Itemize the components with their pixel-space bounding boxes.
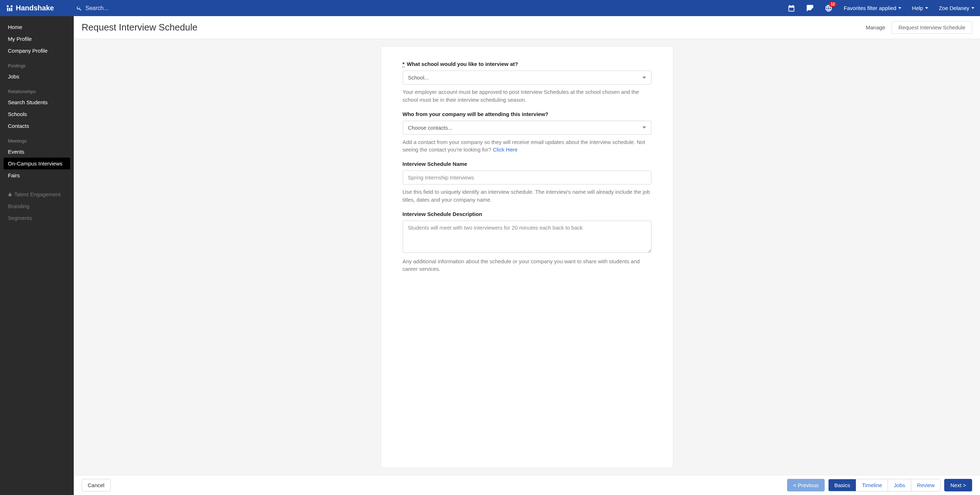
calendar-button[interactable] [787,4,795,13]
step-jobs[interactable]: Jobs [888,479,911,491]
step-basics[interactable]: Basics [829,479,856,491]
sidebar-item-on-campus-interviews[interactable]: On-Campus Interviews [3,158,70,169]
contacts-select[interactable]: Choose contacts... [402,121,651,135]
sidebar-item-schools[interactable]: Schools [0,108,74,120]
search-icon [76,5,82,11]
topbar: Handshake 12 Favorites filter applied He… [0,0,980,16]
school-help: Your employer account must be approved t… [402,88,651,104]
sidebar-item-branding: Branding [0,200,74,212]
contacts-help: Add a contact from your company so they … [402,138,651,154]
schedule-desc-textarea[interactable] [402,220,651,253]
step-review[interactable]: Review [911,479,940,491]
schedule-name-input[interactable] [402,171,651,184]
page-title: Request Interview Schedule [82,22,197,33]
tab-request-interview-schedule[interactable]: Request Interview Schedule [892,21,972,34]
click-here-link[interactable]: Click Here [493,147,517,153]
chevron-down-icon [643,77,646,79]
topbar-icons: 12 [787,4,833,13]
schedule-name-help: Use this field to uniquely identify an i… [402,188,651,204]
header-tabs: Manage Request Interview Schedule [859,21,972,34]
school-select[interactable]: School... [402,70,651,85]
calendar-icon [788,4,795,12]
sidebar-item-contacts[interactable]: Contacts [0,120,74,132]
footer-bar: Cancel < Previous Basics Timeline Jobs R… [74,475,980,495]
search-wrap [76,5,193,11]
contacts-select-placeholder: Choose contacts... [408,125,452,131]
next-button[interactable]: Next > [944,479,972,492]
main: Request Interview Schedule Manage Reques… [74,16,980,495]
sidebar-section-meetings: Meetings [0,132,74,146]
contacts-label: Who from your company will be attending … [402,111,651,117]
school-select-placeholder: School... [408,75,429,81]
favorites-filter-dropdown[interactable]: Favorites filter applied [844,5,901,11]
chevron-down-icon [898,7,901,9]
lock-icon [8,192,12,196]
notification-badge: 12 [829,2,837,7]
chevron-down-icon [925,7,928,9]
sidebar-item-jobs[interactable]: Jobs [0,70,74,82]
schedule-desc-label: Interview Schedule Description [402,211,651,217]
schedule-desc-help: Any additional information about the sch… [402,257,651,273]
sidebar-item-search-students[interactable]: Search Students [0,96,74,108]
sidebar-item-home[interactable]: Home [0,21,74,33]
header-bar: Request Interview Schedule Manage Reques… [74,16,980,39]
sidebar-item-fairs[interactable]: Fairs [0,169,74,181]
sidebar: Home My Profile Company Profile Postings… [0,16,74,495]
schedule-name-label: Interview Schedule Name [402,161,651,167]
logo[interactable]: Handshake [6,4,54,12]
sidebar-item-segments: Segments [0,212,74,224]
previous-button[interactable]: < Previous [787,479,825,492]
step-timeline[interactable]: Timeline [856,479,888,491]
school-label: * What school would you like to intervie… [402,61,651,67]
tab-manage[interactable]: Manage [859,21,892,33]
search-input[interactable] [86,5,193,11]
brand-name: Handshake [16,4,54,12]
cancel-button[interactable]: Cancel [82,479,111,492]
sidebar-section-relationships: Relationships [0,82,74,96]
sidebar-item-company-profile[interactable]: Company Profile [0,45,74,57]
notifications-button[interactable]: 12 [824,4,833,13]
sidebar-item-my-profile[interactable]: My Profile [0,33,74,45]
topbar-links: Favorites filter applied Help Zoe Delane… [844,5,974,11]
user-dropdown[interactable]: Zoe Delaney [939,5,974,11]
chevron-down-icon [643,126,646,129]
help-dropdown[interactable]: Help [912,5,928,11]
sidebar-item-talent-engagement: Talent Engagement [0,188,74,200]
step-group: Basics Timeline Jobs Review [828,479,941,492]
handshake-icon [6,4,14,12]
form-card: * What school would you like to intervie… [381,46,673,468]
chat-icon [806,4,814,12]
chevron-down-icon [971,7,974,9]
content: * What school would you like to intervie… [74,39,980,475]
sidebar-section-postings: Postings [0,57,74,70]
sidebar-item-events[interactable]: Events [0,146,74,158]
messages-button[interactable] [806,4,814,13]
